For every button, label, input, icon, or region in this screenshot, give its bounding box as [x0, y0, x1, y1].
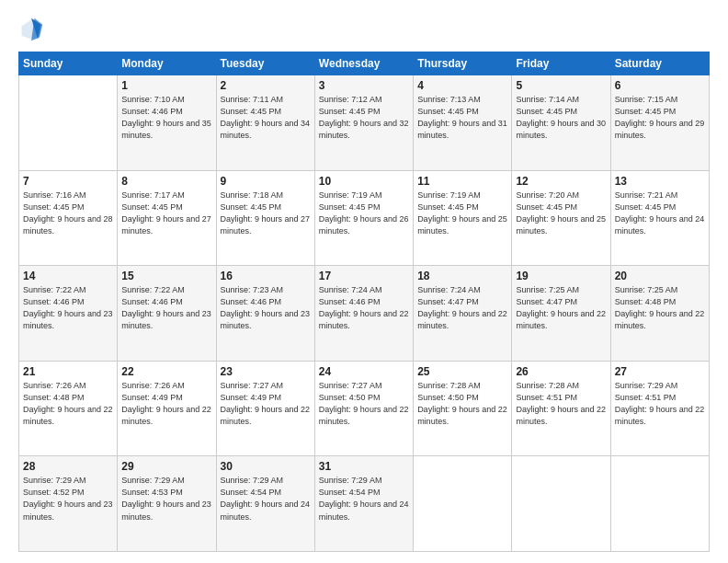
day-number: 17 [319, 270, 409, 282]
logo-icon [18, 17, 44, 42]
day-number: 29 [121, 460, 211, 473]
day-info: Sunrise: 7:19 AMSunset: 4:45 PMDaylight:… [319, 190, 409, 237]
day-number: 1 [121, 79, 211, 92]
day-info: Sunrise: 7:29 AMSunset: 4:54 PMDaylight:… [319, 475, 409, 523]
day-number: 2 [221, 79, 311, 92]
day-number: 20 [615, 270, 705, 282]
calendar-day-cell [610, 456, 709, 552]
day-info: Sunrise: 7:18 AMSunset: 4:45 PMDaylight:… [221, 190, 311, 237]
day-number: 18 [417, 270, 507, 282]
calendar-day-cell: 14Sunrise: 7:22 AMSunset: 4:46 PMDayligh… [19, 266, 118, 362]
day-number: 28 [23, 460, 113, 473]
calendar-day-cell: 17Sunrise: 7:24 AMSunset: 4:46 PMDayligh… [314, 266, 413, 362]
calendar-day-cell: 15Sunrise: 7:22 AMSunset: 4:46 PMDayligh… [118, 266, 216, 362]
calendar-day-cell: 4Sunrise: 7:13 AMSunset: 4:45 PMDaylight… [414, 75, 512, 171]
calendar-week-row: 28Sunrise: 7:29 AMSunset: 4:52 PMDayligh… [19, 456, 710, 552]
calendar-day-cell: 13Sunrise: 7:21 AMSunset: 4:45 PMDayligh… [610, 170, 709, 266]
day-number: 31 [319, 460, 409, 473]
calendar-week-row: 21Sunrise: 7:26 AMSunset: 4:48 PMDayligh… [19, 361, 710, 456]
calendar-day-cell: 11Sunrise: 7:19 AMSunset: 4:45 PMDayligh… [414, 170, 512, 266]
day-info: Sunrise: 7:21 AMSunset: 4:45 PMDaylight:… [615, 190, 705, 237]
day-number: 19 [516, 270, 606, 282]
calendar-day-cell: 18Sunrise: 7:24 AMSunset: 4:47 PMDayligh… [414, 266, 512, 362]
calendar-week-row: 1Sunrise: 7:10 AMSunset: 4:46 PMDaylight… [19, 75, 710, 171]
weekday-header-cell: Friday [512, 52, 610, 75]
day-number: 9 [221, 175, 311, 188]
calendar-table: SundayMondayTuesdayWednesdayThursdayFrid… [18, 52, 710, 552]
day-info: Sunrise: 7:24 AMSunset: 4:46 PMDaylight:… [319, 284, 409, 332]
day-info: Sunrise: 7:25 AMSunset: 4:47 PMDaylight:… [516, 284, 606, 332]
day-info: Sunrise: 7:11 AMSunset: 4:45 PMDaylight:… [221, 94, 311, 142]
day-number: 23 [221, 365, 311, 378]
day-number: 3 [319, 79, 409, 92]
calendar-day-cell: 31Sunrise: 7:29 AMSunset: 4:54 PMDayligh… [314, 456, 413, 552]
day-info: Sunrise: 7:19 AMSunset: 4:45 PMDaylight:… [417, 190, 507, 237]
calendar-day-cell: 19Sunrise: 7:25 AMSunset: 4:47 PMDayligh… [512, 266, 610, 362]
day-info: Sunrise: 7:22 AMSunset: 4:46 PMDaylight:… [23, 284, 113, 332]
calendar-day-cell: 2Sunrise: 7:11 AMSunset: 4:45 PMDaylight… [216, 75, 314, 171]
day-info: Sunrise: 7:22 AMSunset: 4:46 PMDaylight:… [121, 284, 211, 332]
day-info: Sunrise: 7:13 AMSunset: 4:45 PMDaylight:… [417, 94, 507, 142]
day-info: Sunrise: 7:10 AMSunset: 4:46 PMDaylight:… [121, 94, 211, 142]
weekday-header-cell: Saturday [610, 52, 709, 75]
day-number: 7 [23, 175, 113, 188]
weekday-header-cell: Tuesday [216, 52, 314, 75]
weekday-header-cell: Wednesday [314, 52, 413, 75]
calendar-day-cell: 8Sunrise: 7:17 AMSunset: 4:45 PMDaylight… [118, 170, 216, 266]
day-info: Sunrise: 7:15 AMSunset: 4:45 PMDaylight:… [615, 94, 705, 142]
day-info: Sunrise: 7:29 AMSunset: 4:53 PMDaylight:… [121, 475, 211, 523]
day-info: Sunrise: 7:29 AMSunset: 4:54 PMDaylight:… [221, 475, 311, 523]
day-number: 15 [121, 270, 211, 282]
day-number: 24 [319, 365, 409, 378]
day-info: Sunrise: 7:24 AMSunset: 4:47 PMDaylight:… [417, 284, 507, 332]
calendar-day-cell: 7Sunrise: 7:16 AMSunset: 4:45 PMDaylight… [19, 170, 118, 266]
calendar-day-cell: 21Sunrise: 7:26 AMSunset: 4:48 PMDayligh… [19, 361, 118, 456]
calendar-day-cell: 5Sunrise: 7:14 AMSunset: 4:45 PMDaylight… [512, 75, 610, 171]
day-info: Sunrise: 7:12 AMSunset: 4:45 PMDaylight:… [319, 94, 409, 142]
day-number: 26 [516, 365, 606, 378]
day-info: Sunrise: 7:29 AMSunset: 4:52 PMDaylight:… [23, 475, 113, 523]
day-info: Sunrise: 7:16 AMSunset: 4:45 PMDaylight:… [23, 190, 113, 237]
day-number: 30 [221, 460, 311, 473]
day-number: 22 [121, 365, 211, 378]
calendar-day-cell: 24Sunrise: 7:27 AMSunset: 4:50 PMDayligh… [314, 361, 413, 456]
calendar-day-cell [19, 75, 118, 171]
calendar-day-cell: 25Sunrise: 7:28 AMSunset: 4:50 PMDayligh… [414, 361, 512, 456]
day-info: Sunrise: 7:14 AMSunset: 4:45 PMDaylight:… [516, 94, 606, 142]
calendar-day-cell: 26Sunrise: 7:28 AMSunset: 4:51 PMDayligh… [512, 361, 610, 456]
calendar-day-cell: 22Sunrise: 7:26 AMSunset: 4:49 PMDayligh… [118, 361, 216, 456]
top-section [18, 17, 710, 42]
calendar-day-cell: 9Sunrise: 7:18 AMSunset: 4:45 PMDaylight… [216, 170, 314, 266]
calendar-day-cell: 12Sunrise: 7:20 AMSunset: 4:45 PMDayligh… [512, 170, 610, 266]
day-info: Sunrise: 7:25 AMSunset: 4:48 PMDaylight:… [615, 284, 705, 332]
day-info: Sunrise: 7:29 AMSunset: 4:51 PMDaylight:… [615, 380, 705, 428]
calendar-day-cell: 3Sunrise: 7:12 AMSunset: 4:45 PMDaylight… [314, 75, 413, 171]
day-number: 14 [23, 270, 113, 282]
calendar-day-cell: 29Sunrise: 7:29 AMSunset: 4:53 PMDayligh… [118, 456, 216, 552]
calendar-day-cell: 30Sunrise: 7:29 AMSunset: 4:54 PMDayligh… [216, 456, 314, 552]
day-number: 8 [121, 175, 211, 188]
day-number: 4 [417, 79, 507, 92]
day-number: 11 [417, 175, 507, 188]
day-info: Sunrise: 7:26 AMSunset: 4:49 PMDaylight:… [121, 380, 211, 428]
day-number: 27 [615, 365, 705, 378]
calendar-day-cell: 27Sunrise: 7:29 AMSunset: 4:51 PMDayligh… [610, 361, 709, 456]
day-info: Sunrise: 7:23 AMSunset: 4:46 PMDaylight:… [221, 284, 311, 332]
calendar-day-cell: 10Sunrise: 7:19 AMSunset: 4:45 PMDayligh… [314, 170, 413, 266]
calendar-day-cell [512, 456, 610, 552]
day-info: Sunrise: 7:27 AMSunset: 4:49 PMDaylight:… [221, 380, 311, 428]
day-number: 21 [23, 365, 113, 378]
day-info: Sunrise: 7:26 AMSunset: 4:48 PMDaylight:… [23, 380, 113, 428]
day-number: 13 [615, 175, 705, 188]
day-info: Sunrise: 7:28 AMSunset: 4:50 PMDaylight:… [417, 380, 507, 428]
calendar-day-cell: 1Sunrise: 7:10 AMSunset: 4:46 PMDaylight… [118, 75, 216, 171]
calendar-day-cell: 28Sunrise: 7:29 AMSunset: 4:52 PMDayligh… [19, 456, 118, 552]
weekday-header-row: SundayMondayTuesdayWednesdayThursdayFrid… [19, 52, 710, 75]
calendar-day-cell: 16Sunrise: 7:23 AMSunset: 4:46 PMDayligh… [216, 266, 314, 362]
day-number: 12 [516, 175, 606, 188]
calendar-day-cell: 23Sunrise: 7:27 AMSunset: 4:49 PMDayligh… [216, 361, 314, 456]
page: SundayMondayTuesdayWednesdayThursdayFrid… [0, 0, 728, 563]
day-number: 16 [221, 270, 311, 282]
day-info: Sunrise: 7:20 AMSunset: 4:45 PMDaylight:… [516, 190, 606, 237]
day-info: Sunrise: 7:17 AMSunset: 4:45 PMDaylight:… [121, 190, 211, 237]
